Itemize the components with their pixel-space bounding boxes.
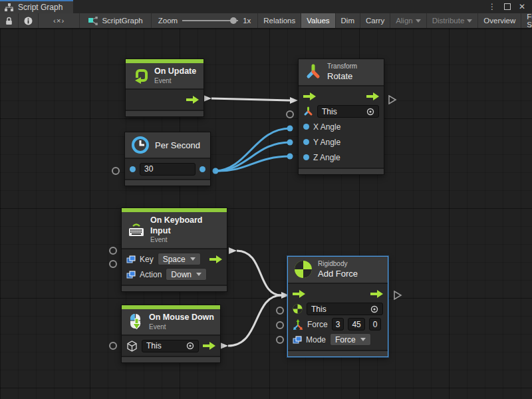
- node-title: On Mouse Down: [149, 313, 214, 323]
- unconnected-port-circle[interactable]: [109, 247, 117, 255]
- dim-button[interactable]: Dim: [336, 13, 360, 28]
- node-on-mouse-down[interactable]: On Mouse Down Event This: [121, 305, 221, 363]
- chevron-down-icon: [190, 257, 196, 261]
- full-screen-button[interactable]: Full Screen: [521, 13, 532, 28]
- relations-label: Relations: [263, 17, 295, 25]
- zoom-slider-handle[interactable]: [230, 17, 237, 24]
- zoom-control: Zoom 1x: [152, 13, 259, 28]
- mouse-down-icon: [128, 313, 144, 331]
- chevron-down-icon: [416, 19, 421, 23]
- this-value: This: [146, 341, 162, 350]
- this-value: This: [311, 305, 327, 314]
- value-input-port[interactable]: [130, 166, 136, 172]
- control-output-port[interactable]: [186, 96, 199, 104]
- zoom-slider[interactable]: [182, 20, 238, 21]
- zoom-label: Zoom: [158, 17, 178, 25]
- values-button[interactable]: Values: [301, 13, 335, 28]
- distribute-button[interactable]: Distribute: [427, 13, 479, 28]
- clock-icon: [131, 136, 150, 154]
- align-label: Align: [396, 17, 413, 25]
- object-picker-icon[interactable]: [186, 342, 194, 350]
- title-bar: Script Graph ⋮ ✕: [0, 0, 532, 13]
- distribute-label: Distribute: [432, 17, 465, 25]
- mode-label: Mode: [306, 335, 326, 344]
- force-x-field[interactable]: 3: [332, 318, 344, 331]
- key-dropdown[interactable]: Space: [158, 253, 201, 265]
- node-footer: [122, 357, 220, 362]
- control-output-port[interactable]: [366, 92, 379, 100]
- unconnected-port-circle[interactable]: [109, 260, 117, 268]
- node-on-keyboard-input[interactable]: On Keyboard Input Event Key Space: [121, 207, 227, 292]
- unconnected-port-circle[interactable]: [276, 307, 284, 315]
- control-input-port[interactable]: [303, 92, 316, 100]
- update-loop-icon: [132, 67, 149, 84]
- object-picker-icon[interactable]: [366, 108, 374, 116]
- graph-hierarchy-icon: [5, 3, 14, 12]
- node-footer: [299, 169, 384, 174]
- control-output-port[interactable]: [209, 255, 222, 263]
- mode-dropdown[interactable]: Force: [330, 333, 371, 346]
- control-output-port[interactable]: [203, 342, 215, 350]
- value-input-port[interactable]: [303, 124, 309, 130]
- chevron-down-icon: [360, 338, 366, 341]
- action-dropdown[interactable]: Down: [166, 268, 207, 281]
- control-output-port[interactable]: [370, 290, 383, 298]
- enum-icon: [293, 336, 302, 344]
- unconnected-flow-triangle[interactable]: [393, 291, 402, 300]
- relations-button[interactable]: Relations: [258, 13, 301, 28]
- port-label: Y Angle: [313, 138, 340, 147]
- node-title: Add Force: [318, 269, 358, 279]
- graph-canvas[interactable]: On Update Event Tr: [0, 29, 532, 399]
- close-icon[interactable]: ✕: [519, 3, 525, 11]
- node-subtitle: Event: [154, 77, 196, 86]
- align-button[interactable]: Align: [390, 13, 427, 28]
- node-category: Rigidbody: [318, 260, 358, 269]
- lock-button[interactable]: [0, 13, 19, 28]
- seconds-value-field[interactable]: 30: [140, 163, 196, 176]
- unconnected-flow-triangle[interactable]: [388, 95, 397, 104]
- keyboard-icon: [128, 223, 145, 237]
- control-input-port[interactable]: [293, 290, 305, 298]
- unconnected-port-circle[interactable]: [286, 110, 294, 118]
- maximize-icon[interactable]: [504, 3, 511, 10]
- key-label: Key: [140, 255, 154, 264]
- unconnected-port-circle[interactable]: [109, 342, 117, 350]
- enum-icon: [126, 271, 136, 279]
- force-z-field[interactable]: 0: [369, 318, 382, 331]
- graph-toolbar: ‹×› ScriptGraph Zoom 1x Relations Values…: [0, 13, 532, 29]
- transform-icon: [305, 63, 322, 80]
- window-menu-icon[interactable]: ⋮: [488, 3, 496, 11]
- value-input-port[interactable]: [303, 154, 309, 160]
- overview-button[interactable]: Overview: [478, 13, 521, 28]
- node-title: Rotate: [327, 71, 357, 82]
- port-label: X Angle: [313, 122, 340, 132]
- info-button[interactable]: [19, 13, 39, 28]
- graph-breadcrumb[interactable]: ScriptGraph: [80, 13, 151, 28]
- target-this-field[interactable]: This: [307, 303, 383, 315]
- node-subtitle: Event: [149, 323, 214, 332]
- carry-button[interactable]: Carry: [360, 13, 390, 28]
- overview-label: Overview: [483, 17, 515, 25]
- node-on-update[interactable]: On Update Event: [125, 59, 204, 117]
- value-output-port[interactable]: [200, 166, 205, 172]
- value-input-port[interactable]: [303, 139, 309, 145]
- unconnected-port-circle[interactable]: [276, 336, 284, 344]
- action-label: Action: [140, 270, 162, 279]
- rigidbody-mini-icon: [293, 304, 303, 314]
- info-icon: [24, 17, 33, 25]
- script-graph-icon: [88, 17, 98, 25]
- object-picker-icon[interactable]: [370, 305, 378, 313]
- target-this-field[interactable]: This: [142, 340, 199, 352]
- tab-script-graph[interactable]: Script Graph: [0, 0, 73, 13]
- unconnected-port-circle[interactable]: [276, 321, 284, 329]
- force-y-field[interactable]: 45: [348, 318, 364, 331]
- node-per-second[interactable]: Per Second 30: [124, 132, 211, 186]
- seconds-value: 30: [144, 164, 153, 174]
- unconnected-port-circle[interactable]: [112, 167, 120, 175]
- action-value: Down: [171, 270, 192, 279]
- node-rotate[interactable]: Transform Rotate: [298, 59, 384, 175]
- target-this-field[interactable]: This: [317, 105, 379, 118]
- code-view-button[interactable]: ‹×›: [39, 13, 80, 28]
- node-add-force[interactable]: Rigidbody Add Force: [287, 256, 388, 357]
- full-screen-label: Full Screen: [527, 13, 532, 29]
